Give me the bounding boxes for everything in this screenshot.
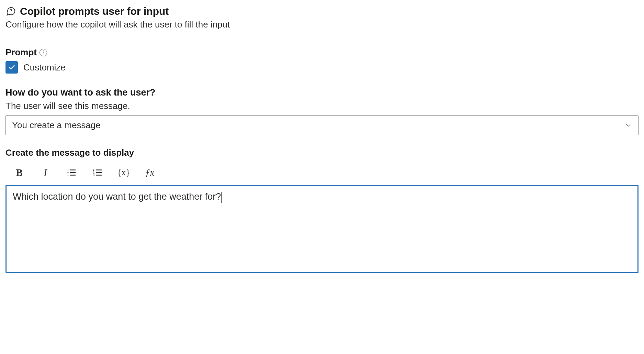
question-title: How do you want to ask the user? [5, 87, 639, 98]
bold-button[interactable]: B [13, 166, 25, 179]
chevron-down-icon [624, 122, 632, 129]
chat-question-icon [5, 6, 16, 17]
svg-point-3 [68, 172, 69, 173]
prompt-label-row: Prompt i [5, 47, 639, 58]
page-title: Copilot prompts user for input [20, 5, 169, 17]
create-message-label: Create the message to display [5, 147, 639, 158]
text-cursor [221, 192, 222, 203]
italic-button[interactable]: I [39, 166, 52, 179]
customize-checkbox-row: Customize [5, 61, 639, 74]
prompt-label: Prompt [5, 47, 37, 58]
insert-variable-button[interactable]: {x} [117, 166, 130, 179]
editor-toolbar: B I 1 2 3 {x} ƒx [5, 166, 639, 185]
customize-checkbox[interactable] [5, 61, 18, 74]
message-mode-select[interactable]: You create a message [5, 115, 639, 135]
svg-point-0 [11, 12, 11, 13]
svg-point-1 [68, 169, 69, 170]
page-subtitle: Configure how the copilot will ask the u… [5, 19, 639, 30]
svg-text:3: 3 [93, 173, 94, 177]
info-icon[interactable]: i [39, 49, 47, 56]
svg-point-5 [68, 175, 69, 176]
message-editor[interactable]: Which location do you want to get the we… [5, 185, 639, 273]
select-value: You create a message [12, 120, 101, 131]
customize-label: Customize [23, 62, 66, 73]
question-subtitle: The user will see this message. [5, 101, 639, 111]
message-content: Which location do you want to get the we… [13, 191, 221, 202]
bullet-list-button[interactable] [65, 166, 78, 179]
numbered-list-button[interactable]: 1 2 3 [91, 166, 104, 179]
page-header: Copilot prompts user for input [5, 5, 639, 17]
insert-formula-button[interactable]: ƒx [144, 166, 156, 179]
